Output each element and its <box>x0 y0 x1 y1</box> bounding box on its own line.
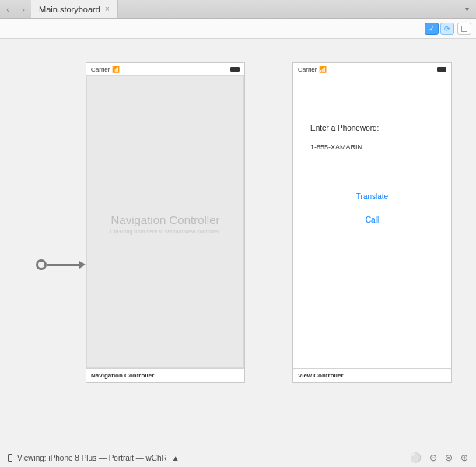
simulated-status-bar: Carrier <box>86 63 244 75</box>
viewing-prefix: Viewing: <box>17 454 48 462</box>
zoom-fit-button[interactable]: ⚪ <box>410 452 422 463</box>
arrow-right-icon <box>79 261 86 269</box>
scene-footer-label: View Controller <box>293 368 451 382</box>
carrier-label: Carrier <box>298 66 327 73</box>
call-button[interactable]: Call <box>293 216 451 224</box>
designer-status-bar: Viewing: iPhone 8 Plus — Portrait — wChR… <box>0 448 476 467</box>
constraint-mode-toggle[interactable]: ✓ ⟳ <box>425 23 454 35</box>
close-icon[interactable]: × <box>105 5 110 13</box>
nav-controller-title: Navigation Controller <box>87 213 243 226</box>
nav-controller-body: Navigation Controller Ctrl+drag from her… <box>86 75 244 368</box>
nav-controller-hint: Ctrl+drag from here to set root view con… <box>87 229 243 234</box>
wifi-icon <box>317 66 327 73</box>
zoom-actual-button[interactable]: ⊜ <box>445 452 453 463</box>
phoneword-label: Enter a Phoneword: <box>310 124 379 132</box>
tab-label: Main.storyboard <box>39 5 100 14</box>
device-icon <box>8 454 12 462</box>
viewing-device: iPhone 8 Plus — Portrait — wChR <box>48 454 166 462</box>
designer-toolbar: ✓ ⟳ <box>0 19 476 39</box>
storyboard-canvas[interactable]: Carrier Navigation Controller Ctrl+drag … <box>0 39 476 448</box>
tab-overflow-button[interactable]: ▾ <box>457 0 476 18</box>
tab-main-storyboard[interactable]: Main.storyboard × <box>31 0 118 18</box>
tabbar-spacer <box>118 0 457 18</box>
translate-button[interactable]: Translate <box>293 192 451 201</box>
constraints-update-icon: ⟳ <box>440 23 454 35</box>
initial-scene-arrow[interactable] <box>36 259 86 270</box>
carrier-label: Carrier <box>91 66 120 73</box>
warning-icon[interactable]: ▲ <box>172 454 180 462</box>
entry-point-icon <box>36 259 47 270</box>
outline-icon <box>461 26 467 32</box>
nav-back-button[interactable]: ‹ <box>0 0 16 18</box>
scene-navigation-controller[interactable]: Carrier Navigation Controller Ctrl+drag … <box>86 62 245 383</box>
outline-toggle-button[interactable] <box>457 23 471 35</box>
view-controller-body: Enter a Phoneword: Translate Call <box>293 75 451 368</box>
battery-icon <box>230 67 240 72</box>
segue-line <box>47 264 79 266</box>
constraints-on-icon: ✓ <box>425 23 439 35</box>
scene-footer-label: Navigation Controller <box>86 368 244 382</box>
scene-view-controller[interactable]: Carrier Enter a Phoneword: Translate Cal… <box>292 62 452 383</box>
zoom-out-button[interactable]: ⊖ <box>429 452 437 463</box>
nav-forward-button[interactable]: › <box>16 0 31 18</box>
simulated-status-bar: Carrier <box>293 63 451 75</box>
wifi-icon <box>110 66 120 73</box>
phoneword-input[interactable] <box>310 139 442 155</box>
battery-icon <box>437 67 446 72</box>
zoom-in-button[interactable]: ⊕ <box>460 452 468 463</box>
viewing-label[interactable]: Viewing: iPhone 8 Plus — Portrait — wChR <box>17 454 167 462</box>
zoom-controls: ⚪ ⊖ ⊜ ⊕ <box>410 452 468 463</box>
tab-bar: ‹ › Main.storyboard × ▾ <box>0 0 476 19</box>
